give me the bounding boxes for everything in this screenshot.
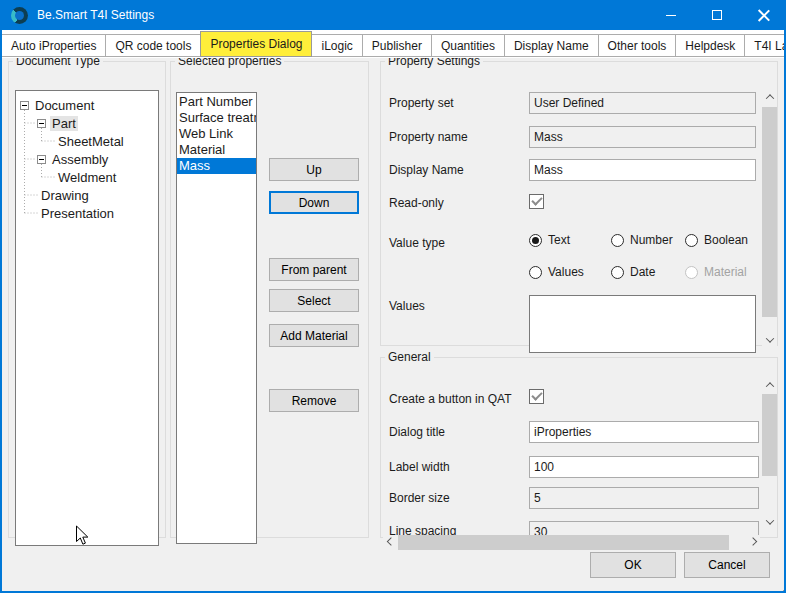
scroll-up-button[interactable] [762,377,777,392]
scroll-thumb[interactable] [398,535,729,550]
remove-button[interactable]: Remove [269,389,359,412]
chevron-up-icon [765,382,773,390]
general-horizontal-scrollbar[interactable] [383,535,760,550]
scroll-thumb[interactable] [762,107,777,317]
radio-text-label: Text [548,233,570,247]
settings-dialog-window: Be.Smart T4I Settings Auto iProperties Q… [0,0,786,593]
tab-quantities[interactable]: Quantities [431,34,505,57]
chevron-down-icon [765,516,773,524]
read-only-checkbox[interactable] [529,194,544,209]
tab-helpdesk[interactable]: Helpdesk [675,34,745,57]
general-group: General Create a button in QAT Dialog ti… [380,350,778,538]
label-width-field[interactable] [529,456,759,478]
list-item-selected[interactable]: Mass [177,158,256,174]
maximize-button[interactable] [694,0,740,30]
tree-row[interactable]: Drawing [16,186,158,204]
scroll-down-button[interactable] [762,514,777,529]
border-size-field[interactable] [529,487,759,509]
general-group-label: General [385,350,434,364]
radio-date-icon[interactable] [611,266,624,279]
display-name-label: Display Name [389,163,464,177]
app-logo-icon [11,7,28,24]
from-parent-button[interactable]: From parent [269,258,359,281]
radio-text-icon[interactable] [529,234,542,247]
tree-row[interactable]: Document [16,96,158,114]
dialog-title-field[interactable] [529,421,759,443]
up-button[interactable]: Up [269,158,359,181]
mouse-cursor [75,525,90,547]
scroll-right-button[interactable] [745,535,760,550]
scroll-up-button[interactable] [762,89,777,104]
tree-node-document[interactable]: Document [33,98,96,113]
radio-option-boolean[interactable]: Boolean [685,233,748,247]
radio-date-label: Date [630,265,655,279]
tree-node-assembly[interactable]: Assembly [50,152,110,167]
values-textarea[interactable] [529,295,756,353]
tab-t4i-labs[interactable]: T4I Labs [744,34,786,57]
select-button[interactable]: Select [269,289,359,312]
radio-option-date[interactable]: Date [611,265,655,279]
tree-node-part[interactable]: Part [50,116,78,131]
radio-option-text[interactable]: Text [529,233,570,247]
property-set-field[interactable] [529,92,756,114]
scroll-left-button[interactable] [383,535,398,550]
radio-number-icon[interactable] [611,234,624,247]
general-vertical-scrollbar[interactable] [762,377,777,529]
tree-row[interactable]: Weldment [16,168,158,186]
tab-display-name[interactable]: Display Name [504,34,599,57]
tree-node-sheetmetal[interactable]: SheetMetal [56,134,126,149]
label-width-label: Label width [389,460,450,474]
tree-node-presentation[interactable]: Presentation [39,206,116,221]
radio-values-icon[interactable] [529,266,542,279]
list-item[interactable]: Part Number [177,94,256,110]
resize-grip[interactable] [779,586,781,588]
tab-other-tools[interactable]: Other tools [598,34,677,57]
scroll-track[interactable] [762,104,777,332]
minimize-icon [666,15,676,16]
radio-boolean-label: Boolean [704,233,748,247]
property-settings-vertical-scrollbar[interactable] [762,89,777,347]
tree-row[interactable]: Assembly [16,150,158,168]
tab-publisher[interactable]: Publisher [362,34,432,57]
title-bar: Be.Smart T4I Settings [0,0,786,30]
scroll-track[interactable] [762,392,777,514]
tree-node-weldment[interactable]: Weldment [56,170,118,185]
property-name-field[interactable] [529,126,756,148]
down-button[interactable]: Down [269,191,359,214]
window-controls [648,0,786,30]
collapse-icon[interactable] [20,101,29,110]
collapse-icon[interactable] [37,155,46,164]
minimize-button[interactable] [648,0,694,30]
close-button[interactable] [740,0,786,30]
ok-button[interactable]: OK [590,552,676,578]
tree-row[interactable]: SheetMetal [16,132,158,150]
tab-ilogic[interactable]: iLogic [311,34,362,57]
window-title: Be.Smart T4I Settings [37,8,154,22]
tab-properties-dialog[interactable]: Properties Dialog [200,31,312,57]
scroll-down-button[interactable] [762,332,777,347]
radio-option-number[interactable]: Number [611,233,673,247]
list-item[interactable]: Web Link [177,126,256,142]
list-item[interactable]: Surface treatm [177,110,256,126]
create-qat-checkbox[interactable] [529,389,544,404]
radio-boolean-icon[interactable] [685,234,698,247]
display-name-field[interactable] [529,159,756,181]
chevron-right-icon [748,537,756,545]
collapse-icon[interactable] [37,119,46,128]
radio-option-values[interactable]: Values [529,265,584,279]
tree-node-drawing[interactable]: Drawing [39,188,91,203]
scroll-track[interactable] [398,535,745,550]
add-material-button[interactable]: Add Material [269,324,359,347]
tree-row[interactable]: Presentation [16,204,158,222]
document-type-tree[interactable]: Document Part SheetMetal Assembly Weldme… [15,90,159,546]
tree-row[interactable]: Part [16,114,158,132]
scroll-thumb[interactable] [762,394,777,476]
cancel-button[interactable]: Cancel [684,552,770,578]
chevron-left-icon [386,537,394,545]
tab-qr-code-tools[interactable]: QR code tools [105,34,201,57]
radio-option-material: Material [685,265,747,279]
radio-material-label: Material [704,265,747,279]
selected-properties-list[interactable]: Part Number Surface treatm Web Link Mate… [176,92,257,544]
tab-auto-iproperties[interactable]: Auto iProperties [1,34,106,57]
list-item[interactable]: Material [177,142,256,158]
